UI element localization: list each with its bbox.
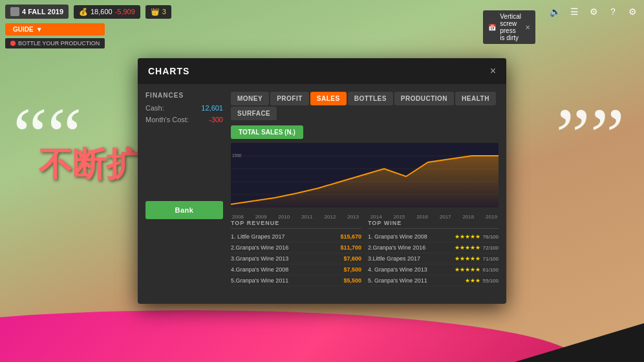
revenue-row-1-value: $15,670	[340, 233, 361, 240]
charts-modal: CHARTS × FINANCES Cash: 12,601 Month's C…	[138, 58, 506, 304]
year-2018: 2018	[462, 214, 474, 220]
modal-body: FINANCES Cash: 12,601 Month's Cost: -300…	[138, 84, 506, 294]
cash-value: 12,601	[201, 104, 223, 112]
chart-year-labels: 2008 2009 2010 2011 2012 2013 2014 2015 …	[231, 214, 499, 220]
wine-row-5-stars: ★★★	[465, 277, 480, 284]
wine-row-2-score: 72/100	[483, 245, 499, 251]
chart-label-button[interactable]: TOTAL SALES (N.)	[231, 125, 303, 139]
wine-row-2-stars: ★★★★★	[455, 244, 480, 251]
top-wine-table: TOP WINE 1. Granpa's Wine 2008 ★★★★★ 76/…	[368, 220, 499, 286]
revenue-row-2-value: $11,700	[340, 244, 361, 251]
tab-sales[interactable]: SALES	[310, 92, 347, 105]
modal-header: CHARTS ×	[138, 58, 506, 84]
revenue-row-3-name: 3.Granpa's Wine 2013	[231, 255, 341, 262]
tables-row: TOP REVENUE 1. Little Grapes 2017 $15,67…	[231, 220, 499, 286]
cost-row: Month's Cost: -300	[145, 116, 223, 123]
wine-row-1-stars: ★★★★★	[455, 233, 480, 240]
wine-row-1: 1. Granpa's Wine 2008 ★★★★★ 76/100	[368, 231, 499, 242]
chart-area: 1580	[231, 143, 499, 208]
year-2013: 2013	[347, 214, 359, 220]
year-2010: 2010	[278, 214, 290, 220]
revenue-row-2: 2.Granpa's Wine 2016 $11,700	[231, 242, 361, 253]
wine-row-5-name: 5. Granpa's Wine 2011	[368, 277, 462, 284]
wine-row-5-score: 55/100	[483, 278, 499, 284]
finances-panel: FINANCES Cash: 12,601 Month's Cost: -300…	[145, 92, 223, 286]
revenue-row-4-name: 4.Granpa's Wine 2008	[231, 266, 341, 273]
chart-svg: 1580	[231, 143, 499, 208]
year-2014: 2014	[370, 214, 382, 220]
wine-row-3-name: 3.Little Grapes 2017	[368, 255, 452, 262]
year-2019: 2019	[486, 214, 497, 220]
wine-row-4-score: 61/100	[483, 267, 499, 273]
revenue-row-1-name: 1. Little Grapes 2017	[231, 233, 338, 240]
revenue-row-1: 1. Little Grapes 2017 $15,670	[231, 231, 361, 242]
chart-panel: MONEY PROFIT SALES BOTTLES PRODUCTION HE…	[231, 92, 499, 286]
svg-text:1580: 1580	[232, 153, 242, 158]
revenue-row-5-value: $5,500	[343, 277, 361, 284]
revenue-row-5: 5.Granpa's Wine 2011 $5,500	[231, 275, 361, 286]
wine-row-2: 2.Granpa's Wine 2016 ★★★★★ 72/100	[368, 242, 499, 253]
modal-title: CHARTS	[148, 66, 189, 76]
year-2016: 2016	[416, 214, 428, 220]
tab-money[interactable]: MONEY	[231, 92, 269, 105]
year-2017: 2017	[440, 214, 451, 220]
wine-row-4: 4. Granpa's Wine 2013 ★★★★★ 61/100	[368, 264, 499, 275]
revenue-row-3-value: $7,600	[343, 255, 361, 262]
tab-profit[interactable]: PROFIT	[270, 92, 309, 105]
bank-button[interactable]: Bank	[145, 201, 223, 219]
wine-row-1-score: 76/100	[483, 234, 499, 240]
year-2008: 2008	[232, 214, 244, 220]
tab-surface[interactable]: SURFACE	[231, 107, 277, 120]
finances-title: FINANCES	[145, 92, 223, 99]
wine-row-4-stars: ★★★★★	[455, 266, 480, 273]
wine-row-2-name: 2.Granpa's Wine 2016	[368, 244, 452, 251]
revenue-row-2-name: 2.Granpa's Wine 2016	[231, 244, 338, 251]
cost-value: -300	[209, 116, 223, 123]
cash-label: Cash:	[145, 104, 164, 112]
tab-health[interactable]: HEALTH	[455, 92, 496, 105]
cost-label: Month's Cost:	[145, 116, 189, 123]
year-2015: 2015	[393, 214, 405, 220]
year-2012: 2012	[325, 214, 336, 220]
modal-overlay: CHARTS × FINANCES Cash: 12,601 Month's C…	[0, 0, 644, 362]
cash-row: Cash: 12,601	[145, 104, 223, 112]
tab-bottles[interactable]: BOTTLES	[348, 92, 393, 105]
revenue-row-5-name: 5.Granpa's Wine 2011	[231, 277, 341, 284]
revenue-row-3: 3.Granpa's Wine 2013 $7,600	[231, 253, 361, 264]
wine-row-3-stars: ★★★★★	[455, 255, 480, 262]
year-2011: 2011	[301, 214, 313, 220]
wine-row-5: 5. Granpa's Wine 2011 ★★★ 55/100	[368, 275, 499, 286]
revenue-row-4: 4.Granpa's Wine 2008 $7,500	[231, 264, 361, 275]
wine-row-4-name: 4. Granpa's Wine 2013	[368, 266, 452, 273]
chart-tabs: MONEY PROFIT SALES BOTTLES PRODUCTION HE…	[231, 92, 499, 120]
tab-production[interactable]: PRODUCTION	[394, 92, 454, 105]
top-wine-header: TOP WINE	[368, 220, 499, 229]
top-revenue-header: TOP REVENUE	[231, 220, 361, 229]
year-2009: 2009	[255, 214, 267, 220]
revenue-row-4-value: $7,500	[343, 266, 361, 273]
modal-close-button[interactable]: ×	[490, 66, 496, 76]
wine-row-3-score: 71/100	[483, 256, 499, 262]
top-revenue-table: TOP REVENUE 1. Little Grapes 2017 $15,67…	[231, 220, 361, 286]
wine-row-3: 3.Little Grapes 2017 ★★★★★ 71/100	[368, 253, 499, 264]
wine-row-1-name: 1. Granpa's Wine 2008	[368, 233, 452, 240]
